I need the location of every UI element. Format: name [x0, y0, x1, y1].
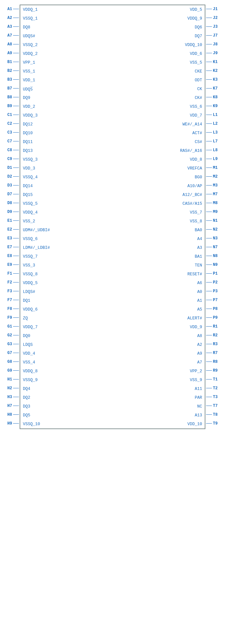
pin-id-left: A2 [1, 13, 13, 22]
signal-right: BA0 [113, 228, 205, 233]
signal-right: VDD_10 [113, 422, 205, 427]
pin-id-right: R7 [212, 348, 224, 357]
pin-id-right: T2 [212, 384, 224, 393]
pin-id-left: E3 [1, 234, 13, 243]
pin-id-right: T8 [212, 410, 224, 419]
signal-left: VDD_3 [20, 166, 113, 171]
pin-id-left: H7 [1, 401, 13, 410]
pin-id-left: H2 [1, 384, 13, 393]
signal-right: VDD_6 [113, 52, 205, 56]
signal-left: UDM#/_UDBI# [20, 228, 113, 233]
chip-row: VSSQ_4BG0 [20, 173, 205, 182]
chip-row: DQ15A12/_BC# [20, 190, 205, 199]
signal-left: UDQS̅ [20, 87, 113, 92]
pin-id-right: J9 [212, 49, 224, 57]
pin-id-right: T3 [212, 393, 224, 401]
chip-row: LDM#/_LDBI#A3 [20, 243, 205, 252]
signal-left: VDDQ_6 [20, 307, 113, 312]
signal-right: A2 [113, 343, 205, 347]
signal-left: DQ3 [20, 404, 113, 409]
pin-id-left: D9 [1, 207, 13, 216]
signal-left: VDDQ_2 [20, 52, 113, 56]
chip-row: UDM#/_UDBI#BA0 [20, 226, 205, 234]
signal-right: ODT [113, 78, 205, 83]
signal-left: DQ4 [20, 387, 113, 391]
signal-left: DQ5 [20, 413, 113, 418]
pin-id-right: L2 [212, 119, 224, 128]
chip-row: VDD_1ODT [20, 76, 205, 85]
signal-left: DQ0 [20, 334, 113, 338]
pin-id-right: P3 [212, 287, 224, 296]
pin-id-right: L1 [212, 110, 224, 119]
signal-left: VDD_1 [20, 78, 113, 83]
signal-right: RESET# [113, 272, 205, 277]
signal-right: A13 [113, 413, 205, 418]
pin-id-right: L9 [212, 154, 224, 163]
signal-left: VDDQ_3 [20, 113, 113, 118]
pin-id-right: N3 [212, 234, 224, 243]
signal-right: DQ7 [113, 34, 205, 39]
chip-row: VDDQ_8VPP_2 [20, 367, 205, 376]
signal-right: RAS#/_A16 [113, 149, 205, 153]
chip-row: VSS_1CKE [20, 67, 205, 76]
signal-left: DQ12 [20, 122, 113, 127]
pin-id-right: J7 [212, 31, 224, 40]
signal-right: WE#/_A14 [113, 122, 205, 127]
chip-row: DQ3NC [20, 402, 205, 411]
signal-left: VDD_4 [20, 351, 113, 356]
pin-id-right: N8 [212, 251, 224, 260]
signal-right: VDDQ_9 [113, 16, 205, 21]
chip-row: VSS_2VSS_8 [20, 217, 205, 226]
pin-id-right: M3 [212, 181, 224, 190]
signal-right: ACT# [113, 131, 205, 136]
signal-right: BA1 [113, 254, 205, 259]
chip-row: VPP_1VSS_5 [20, 58, 205, 67]
signal-left: VDDQ_7 [20, 325, 113, 330]
signal-left: DQ10 [20, 131, 113, 136]
signal-right: CKE [113, 69, 205, 74]
signal-left: UDQS# [20, 34, 113, 39]
pin-id-left: F7 [1, 296, 13, 304]
pin-id-left: F2 [1, 278, 13, 287]
signal-left: VSSQ_9 [20, 378, 113, 382]
chip-row: VSSQ_1VDDQ_9 [20, 14, 205, 23]
pin-id-left: G7 [1, 348, 13, 357]
pin-id-left: A7 [1, 31, 13, 40]
signal-left: LDQS# [20, 290, 113, 294]
pin-id-right: K2 [212, 66, 224, 75]
chip-row: DQ10ACT# [20, 129, 205, 137]
chip-row: DQ5A13 [20, 411, 205, 420]
signal-left: DQ8 [20, 25, 113, 30]
signal-left: VSSQ_5 [20, 201, 113, 206]
signal-right: VSS_7 [113, 210, 205, 215]
signal-right: A11 [113, 387, 205, 391]
chip-row: VSS_3TEN [20, 261, 205, 270]
pin-id-right: P9 [212, 313, 224, 322]
signal-left: VSSQ_8 [20, 272, 113, 277]
signal-left: DQ1 [20, 298, 113, 303]
chip-row: VSSQ_9VSS_9 [20, 376, 205, 384]
pin-id-left: E8 [1, 251, 13, 260]
pin-id-left: D3 [1, 181, 13, 190]
pin-id-right: M1 [212, 163, 224, 172]
chip-row: DQ1A1 [20, 296, 205, 305]
signal-right: A6 [113, 281, 205, 285]
pin-id-left: D1 [1, 163, 13, 172]
chip-row: VDDQ_7VDD_9 [20, 323, 205, 331]
pin-id-right: M8 [212, 199, 224, 207]
pin-id-right: T7 [212, 401, 224, 410]
pin-id-right: M9 [212, 207, 224, 216]
pin-id-right: P1 [212, 269, 224, 278]
pin-id-left: B3 [1, 75, 13, 84]
pin-id-left: E9 [1, 260, 13, 269]
signal-right: A10/AP [113, 184, 205, 188]
pin-id-right: J3 [212, 22, 224, 31]
chip-row: DQ4A11 [20, 384, 205, 393]
pin-id-right: J8 [212, 40, 224, 49]
pin-id-right: L3 [212, 128, 224, 137]
pin-id-right: L8 [212, 146, 224, 154]
signal-right: A0 [113, 290, 205, 294]
pin-id-left: C7 [1, 137, 13, 146]
pin-id-right: N2 [212, 225, 224, 234]
pin-id-left: F3 [1, 287, 13, 296]
